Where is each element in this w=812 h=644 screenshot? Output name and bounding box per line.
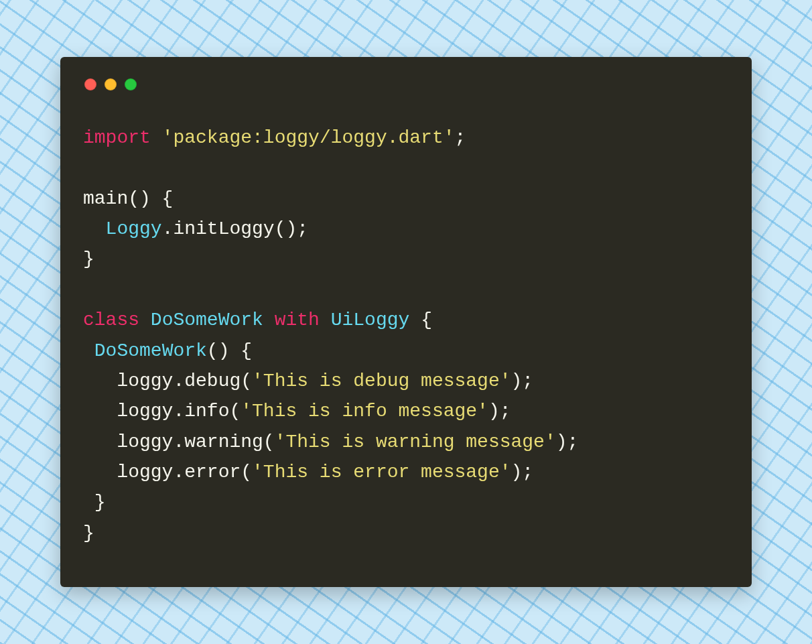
code-token: 'This is warning message' (275, 432, 556, 452)
code-line: class DoSomeWork with UiLoggy { (83, 310, 432, 330)
code-token: 'This is error message' (252, 462, 511, 482)
code-token: ); (511, 462, 534, 482)
code-token: } (83, 492, 106, 513)
code-token: 'This is info message' (241, 401, 488, 422)
code-line: import 'package:loggy/loggy.dart'; (83, 127, 466, 148)
code-line: loggy.error('This is error message'); (83, 462, 533, 482)
code-token: class (83, 310, 139, 330)
code-token: with (275, 310, 320, 330)
code-token: { (409, 310, 432, 330)
code-token: Loggy (106, 218, 162, 239)
maximize-icon[interactable] (125, 78, 137, 90)
code-line: loggy.info('This is info message'); (83, 401, 511, 422)
code-token (139, 310, 151, 330)
code-token (320, 310, 331, 330)
code-token (83, 218, 106, 239)
code-line: } (83, 523, 94, 543)
code-token (151, 127, 162, 148)
code-token: DoSomeWork (94, 340, 207, 361)
minimize-icon[interactable] (105, 78, 117, 90)
code-token: () { (207, 340, 252, 361)
code-token: ); (556, 432, 579, 452)
code-token: ; (455, 127, 466, 148)
code-line: } (83, 249, 94, 269)
close-icon[interactable] (84, 78, 96, 90)
code-token: loggy.info( (83, 401, 241, 422)
code-token: ); (511, 371, 534, 391)
code-token: loggy.error( (83, 462, 252, 482)
code-token (263, 310, 275, 330)
code-token: DoSomeWork (151, 310, 263, 330)
code-line: } (83, 492, 106, 513)
code-line: DoSomeWork() { (83, 340, 252, 361)
code-token: loggy.debug( (83, 371, 252, 391)
code-token: ); (488, 401, 511, 422)
code-token: import (83, 127, 151, 148)
code-token: loggy.warning( (83, 432, 275, 452)
code-token: .initLoggy(); (162, 218, 308, 239)
code-line: loggy.debug('This is debug message'); (83, 371, 533, 391)
code-token: 'package:loggy/loggy.dart' (162, 127, 455, 148)
code-line: Loggy.initLoggy(); (83, 218, 308, 239)
code-window: import 'package:loggy/loggy.dart'; main(… (60, 57, 752, 587)
code-line: main() { (83, 188, 173, 209)
window-controls (84, 78, 729, 90)
code-token: main() { (83, 188, 173, 209)
code-line: loggy.warning('This is warning message')… (83, 432, 578, 452)
code-token (83, 340, 94, 361)
code-token: UiLoggy (331, 310, 410, 330)
code-token: 'This is debug message' (252, 371, 511, 391)
code-block: import 'package:loggy/loggy.dart'; main(… (83, 123, 729, 548)
code-token: } (83, 523, 94, 543)
code-token: } (83, 249, 94, 269)
